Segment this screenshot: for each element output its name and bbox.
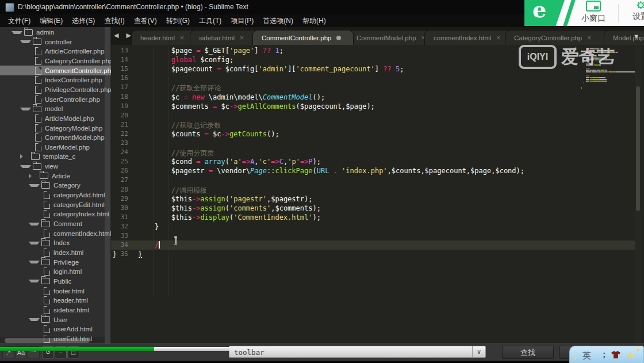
menu-item[interactable]: 选择(S) <box>67 16 99 26</box>
code-line-19[interactable]: 19 $comments = $c->getAllComments($pagec… <box>111 102 640 111</box>
find-history-dropdown-icon[interactable]: ∨ <box>472 346 485 357</box>
ime-status-badge[interactable]: 英 ； ★ ★ ★ <box>569 346 644 363</box>
menu-item[interactable]: 工具(T) <box>194 16 226 26</box>
tab-header-html[interactable]: header.html× <box>131 30 196 45</box>
tree-item-header-html[interactable]: header.html <box>0 296 111 305</box>
tree-item-categoryindex-html[interactable]: categoryIndex.html <box>0 209 111 219</box>
app-icon <box>5 3 14 12</box>
tree-item-privilegecontroller-php[interactable]: PrivilegeController.php <box>0 85 111 94</box>
tree-item-index[interactable]: Index <box>0 238 111 248</box>
tree-item-sidebar-html[interactable]: sidebar.html <box>0 305 111 315</box>
menu-item[interactable]: 帮助(H) <box>298 16 331 26</box>
expanded-arrow-icon[interactable] <box>29 223 40 226</box>
tree-item-login-html[interactable]: login.html <box>0 267 111 277</box>
tree-item-useredit-html[interactable]: userEdit.html <box>0 334 111 343</box>
tree-item-usermodel-php[interactable]: UserModel.php <box>0 142 111 152</box>
tab-commentcontroller-php[interactable]: CommentController.php <box>252 30 354 45</box>
collapsed-arrow-icon[interactable] <box>29 174 38 178</box>
code-line-29[interactable]: 29 $this->assign('pagestr',$pagestr); <box>111 194 640 204</box>
tree-item-commentindex-html[interactable]: commentIndex.html <box>0 228 111 238</box>
menu-item[interactable]: 项目(P) <box>226 16 258 26</box>
tree-item-footer-html[interactable]: footer.html <box>0 286 111 296</box>
tree-item-article[interactable]: Article <box>0 171 111 181</box>
tab-commentindex-html[interactable]: commentIndex.html× <box>424 30 511 45</box>
menu-item[interactable]: 文件(F) <box>3 16 35 26</box>
tree-item-indexcontroller-php[interactable]: IndexController.php <box>0 75 111 85</box>
tree-item-label: index.html <box>53 249 83 256</box>
tree-item-categoryadd-html[interactable]: categoryAdd.html <box>0 190 111 200</box>
find-button[interactable]: 查找 <box>502 346 554 359</box>
tree-item-user[interactable]: User <box>0 315 111 324</box>
tree-item-admin[interactable]: admin <box>0 28 111 37</box>
code-line-23[interactable]: 23 <box>111 139 640 148</box>
tab-sidebar-html[interactable]: sidebar.html× <box>190 30 259 45</box>
code-line-32[interactable]: 32 } <box>111 222 640 231</box>
tree-item-label: IndexController.php <box>45 77 102 83</box>
code-line-31[interactable]: 31 $this->display('CommentIndex.html'); <box>111 213 640 222</box>
find-input[interactable]: toolbar ∨ <box>229 346 486 358</box>
menu-item[interactable]: 转到(G) <box>162 16 194 26</box>
code-line-30[interactable]: 30 $this->assign('comments',$comments); <box>111 204 640 213</box>
code-line-27[interactable]: 27 <box>111 175 640 185</box>
video-progress-played[interactable] <box>0 347 154 351</box>
tree-item-commentcontroller-php[interactable]: CommentController.php <box>0 66 111 75</box>
tree-item-public[interactable]: Public <box>0 276 111 286</box>
tree-item-articlemodel-php[interactable]: ArticleModel.php <box>0 113 111 123</box>
code-line-35[interactable]: }35} <box>111 250 640 259</box>
tree-item-controller[interactable]: controller <box>0 37 111 47</box>
tree-item-categorymodel-php[interactable]: CategoryModel.php <box>0 123 111 133</box>
tree-item-categorycontroller-php[interactable]: CategoryController.php <box>0 56 111 66</box>
code-line-33[interactable]: 33 <box>111 231 640 240</box>
menu-item[interactable]: 编辑(E) <box>35 16 67 26</box>
code-line-22[interactable]: 22 $counts = $c->getCounts(); <box>111 129 640 139</box>
tab-commentmodel-php[interactable]: CommentModel.php× <box>347 30 431 45</box>
expanded-arrow-icon[interactable] <box>20 108 31 110</box>
expanded-arrow-icon[interactable] <box>29 318 40 321</box>
tree-item-categoryedit-html[interactable]: categoryEdit.html <box>0 200 111 209</box>
tree-item-useradd-html[interactable]: userAdd.html <box>0 324 111 334</box>
code-line-16[interactable]: 16 <box>111 74 640 83</box>
tree-item-index-html[interactable]: index.html <box>0 247 111 257</box>
expanded-arrow-icon[interactable] <box>29 242 40 244</box>
code-line-24[interactable]: 24 //使用分页类 <box>111 148 640 157</box>
tree-item-commentmodel-php[interactable]: CommentModel.php <box>0 133 111 143</box>
tab-close-icon[interactable]: × <box>587 35 591 41</box>
code-line-26[interactable]: 26 $pagestr = \vendor\Page::clickPage(UR… <box>111 166 640 175</box>
code-line-28[interactable]: 28 //调用模板 <box>111 185 640 194</box>
expanded-arrow-icon[interactable] <box>29 261 40 263</box>
code-line-34[interactable]: 34 / <box>111 240 640 250</box>
tab-close-icon[interactable]: × <box>496 35 500 41</box>
menu-item[interactable]: 查看(V) <box>129 16 162 26</box>
expanded-arrow-icon[interactable] <box>20 165 31 168</box>
settings-button[interactable]: 设置 <box>623 0 644 22</box>
expanded-arrow-icon[interactable] <box>29 280 40 282</box>
menu-item[interactable]: 首选项(N) <box>258 16 298 26</box>
expanded-arrow-icon[interactable] <box>12 31 22 34</box>
tree-item-articlecontroller-php[interactable]: ArticleController.php <box>0 47 111 56</box>
code-line-20[interactable]: 20 <box>111 111 640 120</box>
tree-item-view[interactable]: view <box>0 162 111 171</box>
menu-item[interactable]: 查找(I) <box>99 16 129 26</box>
tree-item-usercontroller-php[interactable]: UserController.php <box>0 94 111 104</box>
expanded-arrow-icon[interactable] <box>20 40 31 43</box>
tree-item-label: PrivilegeController.php <box>45 86 111 93</box>
tree-item-template_c[interactable]: template_c <box>0 152 111 162</box>
small-window-button[interactable]: 小窗口 <box>570 0 616 24</box>
code-line-21[interactable]: 21 //获取总记录数 <box>111 120 640 129</box>
tree-item-model[interactable]: model <box>0 104 111 114</box>
tab-close-icon[interactable]: × <box>180 35 184 41</box>
editor-scrollbar[interactable] <box>636 86 640 211</box>
tree-item-comment[interactable]: Comment <box>0 219 111 229</box>
code-line-25[interactable]: 25 $cond = array('a'=>A,'c'=>C,'p'=>P); <box>111 157 640 166</box>
tab-overflow-icon[interactable]: ▼ <box>633 33 639 40</box>
code-line-17[interactable]: 17 //获取全部评论 <box>111 83 640 92</box>
video-progress-remaining[interactable] <box>154 347 229 351</box>
tree-item-privilege[interactable]: Privilege <box>0 257 111 267</box>
collapsed-arrow-icon[interactable] <box>20 154 29 159</box>
tree-item-category[interactable]: Category <box>0 181 111 190</box>
expanded-arrow-icon[interactable] <box>29 184 40 187</box>
code-editor[interactable]: 13 $page = $_GET['page'] ?? 1;14 global … <box>111 45 644 343</box>
tab-close-icon[interactable]: × <box>240 35 244 41</box>
code-line-18[interactable]: 18 $c = new \admin\model\CommentModel(); <box>111 93 640 102</box>
tab-categorycontroller-php[interactable]: CategoryController.php× <box>505 30 610 45</box>
